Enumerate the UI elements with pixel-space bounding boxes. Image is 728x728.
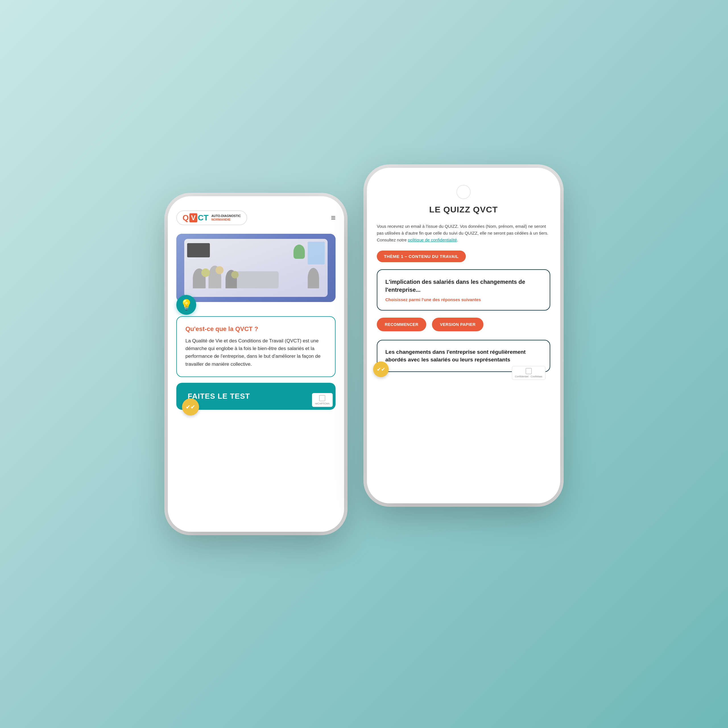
action-buttons: RECOMMENCER VERSION PAPIER bbox=[377, 318, 550, 331]
question-1-hint: Choisissez parmi l'une des réponses suiv… bbox=[385, 297, 542, 302]
badge-bottom-left: ✔✔ bbox=[182, 398, 199, 416]
privacy-text: Vous recevrez un email à l'issue du QUIZ… bbox=[377, 223, 550, 243]
meeting-inner bbox=[184, 239, 327, 297]
notch-left bbox=[230, 196, 281, 206]
info-card-body: La Qualité de Vie et des Conditions de T… bbox=[185, 337, 326, 368]
captcha-text: reCAPTCHA bbox=[315, 402, 330, 405]
privacy-link[interactable]: politique de confidentialité bbox=[408, 237, 457, 242]
meeting-image bbox=[176, 234, 336, 302]
head3 bbox=[231, 271, 239, 278]
scene: Q V CT AUTO-DIAGNOSTIC NORMANDIE ≡ bbox=[168, 168, 560, 532]
quiz-title: LE QUIZZ QVCT bbox=[377, 205, 550, 214]
notch-right bbox=[438, 168, 489, 178]
plant-decor bbox=[294, 245, 305, 259]
theme-badge: THÈME 1 – CONTENU DU TRAVAIL bbox=[377, 251, 466, 262]
badge-check-right: ✔✔ bbox=[377, 366, 385, 373]
captcha-left: reCAPTCHA bbox=[312, 393, 333, 407]
person4 bbox=[308, 268, 319, 288]
logo-v-box: V bbox=[190, 213, 197, 222]
privacy-body: Vous recevrez un email à l'issue du QUIZ… bbox=[377, 224, 548, 242]
head1 bbox=[201, 268, 210, 277]
restart-button[interactable]: RECOMMENCER bbox=[377, 318, 426, 331]
right-phone: LE QUIZZ QVCT Vous recevrez un email à l… bbox=[367, 168, 560, 503]
hamburger-icon[interactable]: ≡ bbox=[331, 213, 336, 222]
right-content: LE QUIZZ QVCT Vous recevrez un email à l… bbox=[367, 168, 560, 503]
captcha-label-right: Confidentiel · CoolWaas bbox=[515, 375, 542, 378]
logo-line2: NORMANDIE bbox=[211, 218, 241, 222]
captcha-checkbox-right[interactable] bbox=[526, 368, 532, 374]
logo-qvct: Q V CT bbox=[183, 213, 208, 222]
head2 bbox=[216, 266, 223, 274]
badge-bottom-right: ✔✔ bbox=[373, 361, 389, 377]
cta-label: FAITES LE TEST bbox=[188, 392, 250, 401]
info-card-title: Qu'est-ce que la QVCT ? bbox=[185, 325, 326, 333]
cta-button[interactable]: FAITES LE TEST ↗ reCAPTCHA ✔✔ bbox=[176, 383, 336, 410]
question-2-text: Les changements dans l'entreprise sont r… bbox=[385, 348, 542, 363]
question-card-2: Les changements dans l'entreprise sont r… bbox=[377, 340, 550, 372]
logo-q: Q bbox=[183, 213, 189, 222]
captcha-right: Confidentiel · CoolWaas bbox=[512, 366, 545, 380]
paper-button[interactable]: VERSION PAPIER bbox=[432, 318, 483, 331]
logo-text: AUTO-DIAGNOSTIC NORMANDIE bbox=[211, 214, 241, 222]
meeting-illustration bbox=[176, 234, 336, 302]
logo-line1: AUTO-DIAGNOSTIC bbox=[211, 214, 241, 218]
info-card: Qu'est-ce que la QVCT ? La Qualité de Vi… bbox=[176, 316, 336, 377]
left-phone: Q V CT AUTO-DIAGNOSTIC NORMANDIE ≡ bbox=[168, 196, 344, 532]
question-card-1: L'implication des salariés dans les chan… bbox=[377, 269, 550, 310]
screen-decor bbox=[187, 243, 210, 257]
captcha-checkbox[interactable] bbox=[319, 395, 325, 401]
logo-container: Q V CT AUTO-DIAGNOSTIC NORMANDIE bbox=[176, 210, 247, 225]
logo-ct: CT bbox=[198, 213, 208, 222]
deco-circle-top bbox=[456, 185, 471, 199]
bulb-icon: 💡 bbox=[176, 295, 196, 315]
window-decor bbox=[308, 242, 325, 265]
table-decor bbox=[233, 271, 279, 288]
badge-check-left: ✔✔ bbox=[186, 404, 195, 410]
question-1-text: L'implication des salariés dans les chan… bbox=[385, 278, 542, 294]
